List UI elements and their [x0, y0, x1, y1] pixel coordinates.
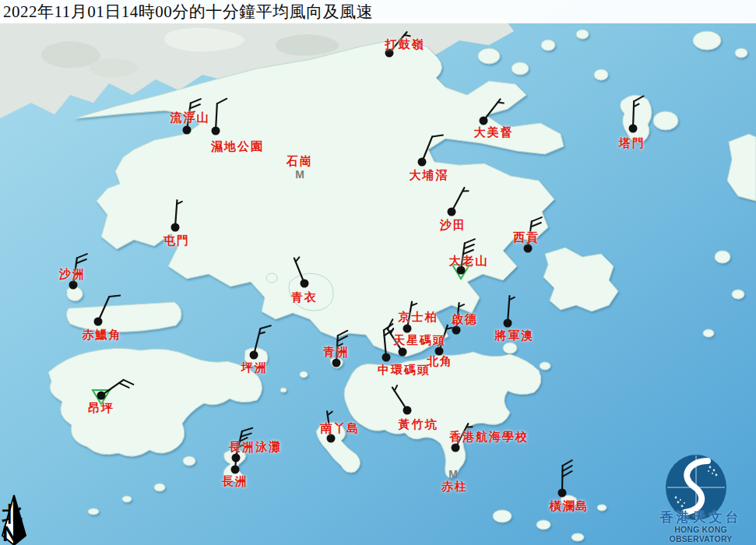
station-dot [399, 348, 407, 357]
hko-logo-captions: 香港天文台 HONG KONG OBSERVATORY [648, 443, 754, 543]
station-dot [301, 280, 309, 288]
svg-text:M: M [295, 168, 304, 181]
station-dot [629, 125, 638, 133]
hong-kong-map: MM [0, 0, 756, 545]
station-dot [171, 223, 180, 232]
station-dot [558, 489, 567, 498]
station-dot [327, 434, 336, 443]
station-dot [250, 351, 258, 360]
station-dot [524, 244, 533, 253]
station-dot [97, 392, 106, 400]
map-title: 2022年11月01日14時00分的十分鐘平均風向及風速 [0, 0, 756, 23]
station-dot [69, 281, 78, 290]
hko-logo-spacer [648, 443, 754, 510]
missing-data-marker: M [448, 468, 458, 480]
station-dot [385, 49, 394, 58]
hko-logo-english: HONG KONG OBSERVATORY [648, 525, 754, 543]
station-dot [94, 318, 103, 326]
station-dot [452, 444, 460, 452]
station-dot [332, 359, 341, 367]
station-dot [452, 326, 461, 335]
station-dot [448, 208, 456, 216]
station-dot [504, 319, 512, 328]
station-dot [403, 406, 412, 415]
compass-north-letter: N [2, 525, 33, 543]
station-dot [435, 347, 444, 356]
station-dot [418, 158, 427, 167]
compass: 北 N [2, 505, 33, 543]
station-dot [382, 353, 391, 362]
hko-logo-chinese: 香港天文台 [648, 510, 754, 525]
station-dot [403, 325, 412, 333]
svg-text:M: M [448, 468, 458, 480]
station-dot [212, 127, 220, 135]
station-dot [480, 117, 488, 125]
station-dot [231, 466, 240, 474]
wind-map-page: MM 流浮山濕地公園石崗打鼓嶺大美督塔門大埔滘沙田西貢屯門沙洲大老山赤鱲角青衣京… [0, 0, 756, 545]
station-dot [183, 126, 192, 135]
missing-data-marker: M [295, 168, 304, 181]
station-dot [457, 266, 466, 275]
